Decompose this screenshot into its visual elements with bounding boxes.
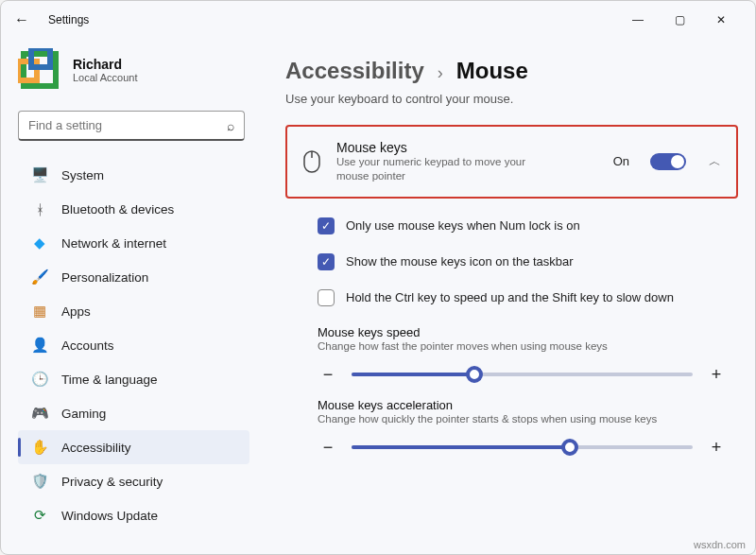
titlebar: ← Settings — ▢ ✕ bbox=[1, 1, 755, 39]
nav-item-accounts[interactable]: 👤Accounts bbox=[18, 328, 249, 362]
search-box[interactable]: ⌕ bbox=[18, 111, 245, 141]
nav-item-bluetooth-devices[interactable]: ᚼBluetooth & devices bbox=[18, 192, 249, 226]
nav-icon: 🛡️ bbox=[29, 473, 50, 490]
nav-item-system[interactable]: 🖥️System bbox=[18, 158, 249, 192]
sidebar: Richard Local Account ⌕ 🖥️SystemᚼBluetoo… bbox=[1, 39, 261, 554]
plus-button[interactable]: + bbox=[706, 438, 727, 458]
breadcrumb-parent[interactable]: Accessibility bbox=[285, 58, 424, 84]
nav-label: Accounts bbox=[61, 338, 114, 353]
nav-item-privacy-security[interactable]: 🛡️Privacy & security bbox=[18, 464, 249, 498]
close-button[interactable]: ✕ bbox=[700, 6, 742, 34]
mouse-keys-toggle[interactable] bbox=[650, 153, 686, 170]
slider-thumb[interactable] bbox=[466, 366, 483, 383]
nav-item-personalization[interactable]: 🖌️Personalization bbox=[18, 260, 249, 294]
nav-icon: 🖌️ bbox=[29, 269, 50, 286]
nav-icon: 🖥️ bbox=[29, 166, 50, 183]
nav-item-apps[interactable]: ▦Apps bbox=[18, 294, 249, 328]
nav-label: Accessibility bbox=[61, 441, 131, 455]
slider-track[interactable] bbox=[352, 445, 693, 449]
mouse-keys-sublist: ✓Only use mouse keys when Num lock is on… bbox=[312, 208, 738, 461]
card-title: Mouse keys bbox=[336, 140, 598, 155]
minus-button[interactable]: − bbox=[318, 365, 338, 385]
nav-label: Apps bbox=[61, 304, 91, 319]
checkbox-label: Only use mouse keys when Num lock is on bbox=[346, 218, 580, 233]
search-icon: ⌕ bbox=[227, 118, 234, 133]
card-desc: Use your numeric keypad to move your mou… bbox=[336, 155, 544, 183]
nav-icon: 🎮 bbox=[29, 405, 50, 422]
nav-icon: ᚼ bbox=[29, 201, 50, 217]
slider-title: Mouse keys speed bbox=[318, 325, 732, 339]
chevron-right-icon: › bbox=[438, 63, 443, 83]
nav-label: Network & internet bbox=[61, 236, 166, 251]
minus-button[interactable]: − bbox=[318, 438, 338, 458]
slider-fill bbox=[352, 445, 570, 449]
checkbox-row[interactable]: ✓Only use mouse keys when Num lock is on bbox=[312, 208, 738, 244]
nav-icon: ✋ bbox=[29, 439, 50, 456]
breadcrumb-current: Mouse bbox=[456, 58, 528, 84]
settings-window: ← Settings — ▢ ✕ Richard Local Account bbox=[0, 0, 756, 555]
checkbox-row[interactable]: ✓Show the mouse keys icon on the taskbar bbox=[312, 244, 738, 280]
nav-label: Windows Update bbox=[61, 509, 158, 523]
nav-item-network-internet[interactable]: ◆Network & internet bbox=[18, 226, 249, 260]
nav-label: Privacy & security bbox=[61, 475, 163, 489]
slider-row: −+ bbox=[318, 438, 732, 458]
nav-icon: ▦ bbox=[29, 303, 50, 320]
nav-label: Time & language bbox=[61, 373, 158, 387]
mouse-icon bbox=[302, 150, 321, 173]
nav-icon: 👤 bbox=[29, 337, 50, 354]
slider-track[interactable] bbox=[352, 373, 693, 376]
nav-label: Bluetooth & devices bbox=[61, 202, 174, 217]
breadcrumb: Accessibility › Mouse bbox=[285, 58, 738, 84]
slider-desc: Change how fast the pointer moves when u… bbox=[318, 340, 732, 352]
nav-label: Gaming bbox=[61, 407, 106, 421]
back-button[interactable]: ← bbox=[14, 11, 37, 28]
slider-desc: Change how quickly the pointer starts & … bbox=[318, 413, 732, 425]
nav-item-accessibility[interactable]: ✋Accessibility bbox=[18, 430, 249, 464]
slider-title: Mouse keys acceleration bbox=[318, 398, 732, 412]
window-controls: — ▢ ✕ bbox=[617, 6, 742, 34]
search-input[interactable] bbox=[28, 118, 227, 132]
watermark: wsxdn.com bbox=[694, 539, 746, 550]
minimize-button[interactable]: — bbox=[617, 6, 659, 34]
slider-block: Mouse keys speedChange how fast the poin… bbox=[312, 316, 738, 389]
mouse-keys-card[interactable]: Mouse keys Use your numeric keypad to mo… bbox=[285, 125, 738, 199]
slider-block: Mouse keys accelerationChange how quickl… bbox=[312, 389, 738, 461]
avatar bbox=[18, 48, 61, 92]
svg-rect-2 bbox=[31, 48, 50, 67]
page-subtitle: Use your keyboard to control your mouse. bbox=[285, 92, 738, 106]
profile-block[interactable]: Richard Local Account bbox=[18, 48, 249, 92]
nav-icon: ⟳ bbox=[29, 507, 50, 524]
checkbox-label: Show the mouse keys icon on the taskbar bbox=[346, 254, 574, 269]
slider-row: −+ bbox=[318, 365, 732, 385]
nav-icon: 🕒 bbox=[29, 371, 50, 388]
checkbox-row[interactable]: Hold the Ctrl key to speed up and the Sh… bbox=[312, 280, 738, 316]
checkbox[interactable]: ✓ bbox=[318, 217, 335, 234]
nav-item-windows-update[interactable]: ⟳Windows Update bbox=[18, 498, 249, 532]
profile-name: Richard bbox=[73, 57, 138, 72]
content-area: Richard Local Account ⌕ 🖥️SystemᚼBluetoo… bbox=[1, 39, 755, 554]
profile-sub: Local Account bbox=[73, 72, 138, 83]
checkbox[interactable] bbox=[318, 289, 335, 306]
nav-item-gaming[interactable]: 🎮Gaming bbox=[18, 396, 249, 430]
toggle-state-label: On bbox=[613, 154, 629, 168]
checkbox-label: Hold the Ctrl key to speed up and the Sh… bbox=[346, 290, 674, 304]
plus-button[interactable]: + bbox=[706, 365, 727, 385]
main-panel: Accessibility › Mouse Use your keyboard … bbox=[261, 39, 755, 554]
maximize-button[interactable]: ▢ bbox=[659, 6, 700, 34]
checkbox[interactable]: ✓ bbox=[318, 253, 335, 270]
nav-list: 🖥️SystemᚼBluetooth & devices◆Network & i… bbox=[18, 158, 249, 532]
window-title: Settings bbox=[48, 13, 617, 26]
nav-label: Personalization bbox=[61, 270, 148, 285]
slider-fill bbox=[352, 373, 474, 376]
slider-thumb[interactable] bbox=[561, 439, 578, 456]
nav-label: System bbox=[61, 168, 104, 182]
nav-item-time-language[interactable]: 🕒Time & language bbox=[18, 362, 249, 396]
nav-icon: ◆ bbox=[29, 234, 50, 251]
chevron-up-icon[interactable]: ︿ bbox=[709, 153, 721, 170]
